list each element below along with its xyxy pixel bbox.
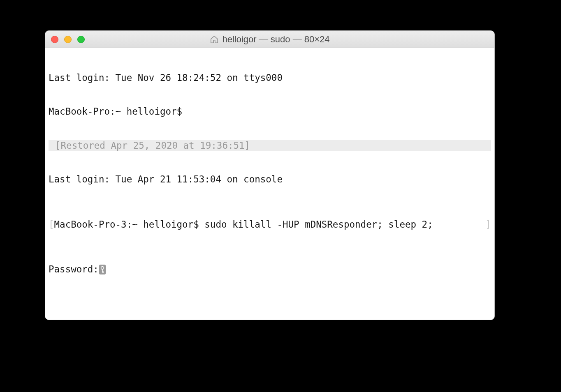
terminal-line: MacBook-Pro:~ helloigor$ xyxy=(49,106,491,117)
bracket-open: [ xyxy=(49,219,54,230)
key-icon xyxy=(99,265,106,274)
terminal-command-line: [MacBook-Pro-3:~ helloigor$ sudo killall… xyxy=(49,219,491,230)
terminal-line: Last login: Tue Apr 21 11:53:04 on conso… xyxy=(49,174,491,185)
svg-point-0 xyxy=(101,267,104,270)
password-prompt-line: Password: xyxy=(49,264,491,275)
terminal-prompt: MacBook-Pro-3:~ helloigor$ xyxy=(54,219,205,230)
restored-session-line: [Restored Apr 25, 2020 at 19:36:51] xyxy=(49,140,491,151)
close-button[interactable] xyxy=(51,36,58,43)
home-icon xyxy=(210,35,219,44)
window-titlebar[interactable]: helloigor — sudo — 80×24 xyxy=(45,31,494,48)
bracket-close: ] xyxy=(485,219,491,230)
terminal-body[interactable]: Last login: Tue Nov 26 18:24:52 on ttys0… xyxy=(45,48,494,320)
minimize-button[interactable] xyxy=(64,36,72,43)
window-title: helloigor — sudo — 80×24 xyxy=(222,34,329,45)
terminal-window: helloigor — sudo — 80×24 Last login: Tue… xyxy=(45,30,495,320)
terminal-line: Last login: Tue Nov 26 18:24:52 on ttys0… xyxy=(49,72,491,83)
traffic-lights xyxy=(51,36,85,43)
zoom-button[interactable] xyxy=(77,36,85,43)
password-label: Password: xyxy=(49,264,99,275)
window-title-wrap: helloigor — sudo — 80×24 xyxy=(45,34,494,45)
terminal-command: sudo killall -HUP mDNSResponder; sleep 2… xyxy=(204,219,433,230)
